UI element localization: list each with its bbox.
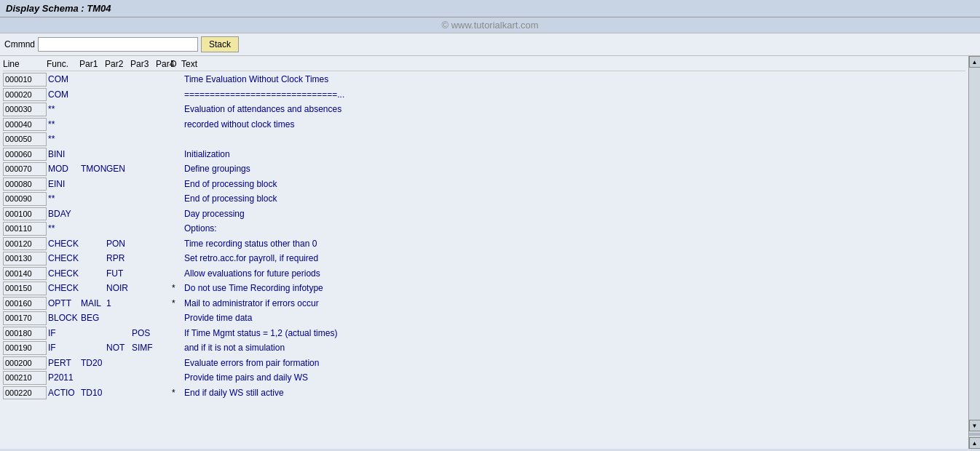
cell-text: If Time Mgmt status = 1,2 (actual times): [181, 327, 965, 340]
cell-text: Define groupings: [181, 162, 965, 175]
cell-par1: MAIL: [79, 297, 105, 310]
cell-text: and if it is not a simulation: [181, 341, 965, 354]
scroll-up-button[interactable]: ▲: [969, 56, 981, 68]
table-row[interactable]: 000210P2011 Provide time pairs and daily…: [3, 370, 965, 386]
cmmnd-input[interactable]: [38, 37, 198, 52]
table-row[interactable]: 000140CHECKFUT Allow evaluations for fut…: [3, 266, 965, 282]
cell-line: 000050: [3, 132, 47, 146]
table-row[interactable]: 000110**Options:: [3, 221, 965, 236]
cell-text: Day processing: [181, 207, 965, 220]
cell-par2: FUT: [105, 267, 130, 280]
cell-par1: TD20: [79, 356, 105, 370]
cell-par2: NOT: [105, 341, 130, 354]
cell-line: 000140: [3, 267, 47, 281]
title-bar: Display Schema : TM04: [0, 0, 980, 17]
cell-func: CHECK: [47, 237, 79, 250]
cell-par3: POS: [130, 327, 156, 340]
scroll-up2-button[interactable]: ▲: [969, 437, 981, 449]
table-row[interactable]: 000160OPTTMAIL1*Mail to administrator if…: [3, 296, 965, 311]
cell-par2: NOIR: [105, 282, 130, 295]
table-row[interactable]: 000070MODTMONGENDefine groupings: [3, 161, 965, 177]
table-row[interactable]: 000020COM==============================.…: [3, 87, 965, 103]
cell-func: CHECK: [47, 267, 79, 280]
content-area: Line Func. Par1 Par2 Par3 Par4 D Text 00…: [0, 56, 980, 402]
col-d-header: D: [170, 59, 181, 69]
cell-func: **: [47, 222, 79, 235]
cell-line: 000030: [3, 103, 47, 116]
cell-line: 000190: [3, 341, 47, 355]
table-row[interactable]: 000170BLOCKBEGProvide time data: [3, 311, 965, 326]
cell-text: Do not use Time Recording infotype: [181, 282, 965, 295]
col-par4-header: Par4: [156, 59, 170, 69]
watermark-bar: © www.tutorialkart.com: [0, 17, 980, 33]
cell-par2: RPR: [105, 252, 130, 265]
cell-text: Evaluate errors from pair formation: [181, 356, 965, 370]
cell-func: BINI: [47, 148, 79, 161]
cell-d: *: [170, 386, 181, 399]
cell-func: OPTT: [47, 297, 79, 310]
cell-line: 000020: [3, 88, 47, 102]
cell-text: recorded without clock times: [181, 118, 965, 131]
col-par2-header: Par2: [105, 59, 130, 69]
title-text: Display Schema : TM04: [6, 3, 111, 14]
cell-text: End of processing block: [181, 177, 965, 191]
cell-line: 000120: [3, 237, 47, 251]
col-par1-header: Par1: [79, 59, 105, 69]
col-line-header: Line: [3, 59, 47, 69]
cell-d: *: [170, 282, 181, 295]
table-row[interactable]: 000050**: [3, 132, 965, 147]
cell-line: 000070: [3, 162, 47, 176]
col-par3-header: Par3: [130, 59, 156, 69]
scroll-down-button[interactable]: ▼: [969, 420, 981, 431]
cell-func: MOD: [47, 162, 79, 175]
table-row[interactable]: 000060BINIInitialization: [3, 147, 965, 162]
cell-func: IF: [47, 341, 79, 354]
table-row[interactable]: 000090**End of processing block: [3, 191, 965, 207]
cell-line: 000170: [3, 311, 47, 325]
cell-line: 000210: [3, 371, 47, 385]
cell-text: Provide time data: [181, 311, 965, 324]
table-row[interactable]: 000220ACTIOTD10*End if daily WS still ac…: [3, 386, 965, 401]
cell-line: 000100: [3, 207, 47, 221]
table-row[interactable]: 000130CHECKRPR Set retro.acc.for payroll…: [3, 251, 965, 266]
cell-func: IF: [47, 327, 79, 340]
cell-line: 000010: [3, 73, 47, 87]
cell-par1: BEG: [79, 311, 105, 324]
table-row[interactable]: 000030**Evaluation of attendances and ab…: [3, 102, 965, 117]
cell-text: Evaluation of attendances and absences: [181, 103, 965, 116]
cell-func: ACTIO: [47, 386, 79, 399]
table-row[interactable]: 000190IFNOTSIMF and if it is not a simul…: [3, 340, 965, 356]
cell-par1: TMON: [79, 162, 105, 175]
table-row[interactable]: 000150CHECKNOIR*Do not use Time Recordin…: [3, 281, 965, 296]
cell-func: COM: [47, 88, 79, 101]
cell-func: **: [47, 103, 79, 116]
cell-func: EINI: [47, 177, 79, 191]
table-row[interactable]: 000080EINIEnd of processing block: [3, 177, 965, 192]
cell-text: Provide time pairs and daily WS: [181, 371, 965, 384]
table-row[interactable]: 000180IFPOSIf Time Mgmt status = 1,2 (ac…: [3, 326, 965, 341]
table-row[interactable]: 000120CHECKPON Time recording status oth…: [3, 236, 965, 252]
cell-text: Time Evaluation Without Clock Times: [181, 73, 965, 86]
cell-text: Set retro.acc.for payroll, if required: [181, 252, 965, 265]
cell-par3: SIMF: [130, 341, 156, 354]
table-row[interactable]: 000040**recorded without clock times: [3, 117, 965, 132]
table-row[interactable]: 000100BDAYDay processing: [3, 207, 965, 222]
cell-line: 000110: [3, 222, 47, 236]
main-area: ▲ ▼ ▲ Line Func. Par1 Par2 Par3 Par4 D T…: [0, 56, 980, 449]
cell-par2: PON: [105, 237, 130, 250]
cell-line: 000160: [3, 297, 47, 311]
rows-container: 000010COMTime Evaluation Without Clock T…: [3, 72, 965, 400]
cell-func: **: [47, 132, 79, 145]
col-text-header: Text: [181, 59, 965, 69]
cell-func: PERT: [47, 356, 79, 370]
table-row[interactable]: 000200PERTTD20 Evaluate errors from pair…: [3, 356, 965, 371]
cell-func: CHECK: [47, 282, 79, 295]
cell-text: End of processing block: [181, 192, 965, 205]
cell-func: P2011: [47, 371, 79, 384]
stack-button[interactable]: Stack: [201, 36, 239, 52]
cell-text: Allow evaluations for future periods: [181, 267, 965, 280]
cell-line: 000080: [3, 177, 47, 191]
table-row[interactable]: 000010COMTime Evaluation Without Clock T…: [3, 72, 965, 87]
cell-func: **: [47, 192, 79, 205]
cell-text: Mail to administrator if errors occur: [181, 297, 965, 310]
